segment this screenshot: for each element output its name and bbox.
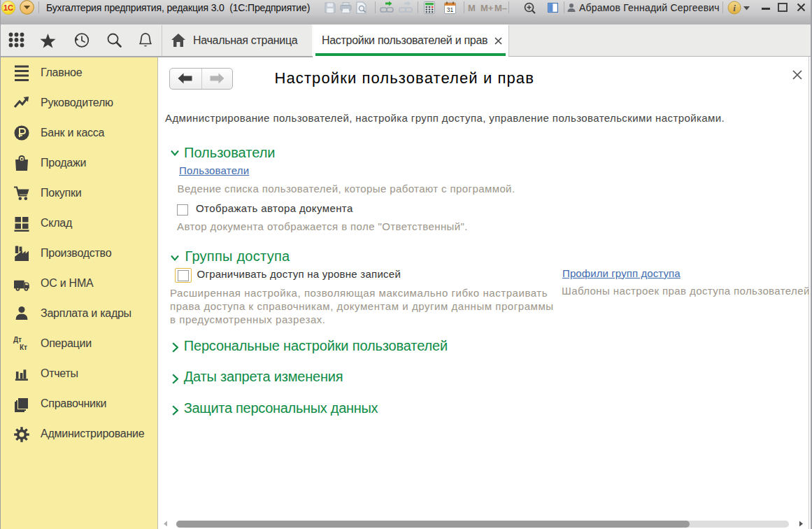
svg-text:1С: 1С [3, 3, 13, 12]
svg-text:31: 31 [447, 6, 454, 13]
svg-text:i: i [733, 3, 736, 13]
